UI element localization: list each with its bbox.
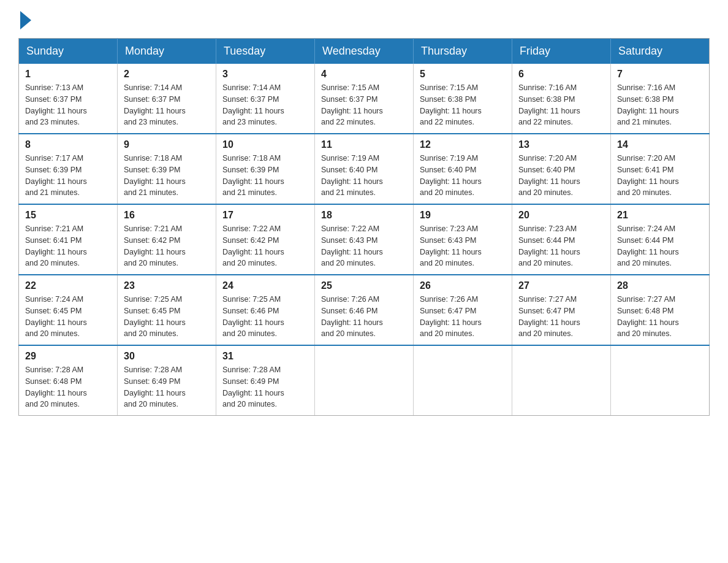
day-info: Sunrise: 7:21 AM Sunset: 6:42 PM Dayligh…: [124, 223, 210, 269]
day-info: Sunrise: 7:23 AM Sunset: 6:44 PM Dayligh…: [518, 223, 604, 269]
day-info: Sunrise: 7:27 AM Sunset: 6:47 PM Dayligh…: [518, 294, 604, 340]
day-info: Sunrise: 7:24 AM Sunset: 6:45 PM Dayligh…: [25, 294, 111, 340]
calendar-cell: 29 Sunrise: 7:28 AM Sunset: 6:48 PM Dayl…: [19, 345, 118, 416]
calendar-week-row: 22 Sunrise: 7:24 AM Sunset: 6:45 PM Dayl…: [19, 275, 710, 345]
calendar-cell: [414, 345, 512, 416]
day-info: Sunrise: 7:28 AM Sunset: 6:49 PM Dayligh…: [124, 364, 210, 410]
calendar-cell: [512, 345, 611, 416]
day-number: 11: [321, 139, 407, 150]
day-info: Sunrise: 7:19 AM Sunset: 6:40 PM Dayligh…: [321, 153, 407, 199]
calendar-cell: 21 Sunrise: 7:24 AM Sunset: 6:44 PM Dayl…: [611, 204, 710, 275]
day-number: 15: [25, 210, 111, 221]
day-info: Sunrise: 7:25 AM Sunset: 6:46 PM Dayligh…: [222, 294, 308, 340]
day-info: Sunrise: 7:27 AM Sunset: 6:48 PM Dayligh…: [617, 294, 703, 340]
day-number: 14: [617, 139, 703, 150]
day-info: Sunrise: 7:20 AM Sunset: 6:41 PM Dayligh…: [617, 153, 703, 199]
calendar-week-row: 29 Sunrise: 7:28 AM Sunset: 6:48 PM Dayl…: [19, 345, 710, 416]
day-number: 8: [25, 139, 111, 150]
day-number: 25: [321, 280, 407, 291]
day-info: Sunrise: 7:22 AM Sunset: 6:43 PM Dayligh…: [321, 223, 407, 269]
day-number: 19: [420, 210, 506, 221]
day-number: 7: [617, 69, 703, 80]
day-info: Sunrise: 7:14 AM Sunset: 6:37 PM Dayligh…: [222, 82, 308, 128]
calendar-header-row: SundayMondayTuesdayWednesdayThursdayFrid…: [19, 39, 710, 64]
calendar-cell: 9 Sunrise: 7:18 AM Sunset: 6:39 PM Dayli…: [118, 134, 216, 204]
calendar-cell: 11 Sunrise: 7:19 AM Sunset: 6:40 PM Dayl…: [315, 134, 414, 204]
day-number: 17: [222, 210, 308, 221]
day-info: Sunrise: 7:23 AM Sunset: 6:43 PM Dayligh…: [420, 223, 506, 269]
calendar-cell: 14 Sunrise: 7:20 AM Sunset: 6:41 PM Dayl…: [611, 134, 710, 204]
day-number: 28: [617, 280, 703, 291]
day-number: 13: [518, 139, 604, 150]
day-info: Sunrise: 7:17 AM Sunset: 6:39 PM Dayligh…: [25, 153, 111, 199]
day-info: Sunrise: 7:18 AM Sunset: 6:39 PM Dayligh…: [222, 153, 308, 199]
calendar-cell: [611, 345, 710, 416]
day-number: 4: [321, 69, 407, 80]
column-header-thursday: Thursday: [414, 39, 512, 64]
calendar-cell: 8 Sunrise: 7:17 AM Sunset: 6:39 PM Dayli…: [19, 134, 118, 204]
calendar-cell: 5 Sunrise: 7:15 AM Sunset: 6:38 PM Dayli…: [414, 64, 512, 134]
day-number: 6: [518, 69, 604, 80]
day-info: Sunrise: 7:26 AM Sunset: 6:46 PM Dayligh…: [321, 294, 407, 340]
day-info: Sunrise: 7:22 AM Sunset: 6:42 PM Dayligh…: [222, 223, 308, 269]
day-number: 16: [124, 210, 210, 221]
calendar-week-row: 15 Sunrise: 7:21 AM Sunset: 6:41 PM Dayl…: [19, 204, 710, 275]
column-header-tuesday: Tuesday: [216, 39, 315, 64]
day-number: 1: [25, 69, 111, 80]
day-number: 21: [617, 210, 703, 221]
calendar-table: SundayMondayTuesdayWednesdayThursdayFrid…: [18, 38, 710, 416]
calendar-cell: 4 Sunrise: 7:15 AM Sunset: 6:37 PM Dayli…: [315, 64, 414, 134]
calendar-cell: 3 Sunrise: 7:14 AM Sunset: 6:37 PM Dayli…: [216, 64, 315, 134]
day-info: Sunrise: 7:28 AM Sunset: 6:48 PM Dayligh…: [25, 364, 111, 410]
day-number: 27: [518, 280, 604, 291]
calendar-cell: 19 Sunrise: 7:23 AM Sunset: 6:43 PM Dayl…: [414, 204, 512, 275]
calendar-cell: 22 Sunrise: 7:24 AM Sunset: 6:45 PM Dayl…: [19, 275, 118, 345]
day-info: Sunrise: 7:24 AM Sunset: 6:44 PM Dayligh…: [617, 223, 703, 269]
calendar-cell: 20 Sunrise: 7:23 AM Sunset: 6:44 PM Dayl…: [512, 204, 611, 275]
day-info: Sunrise: 7:13 AM Sunset: 6:37 PM Dayligh…: [25, 82, 111, 128]
calendar-cell: 1 Sunrise: 7:13 AM Sunset: 6:37 PM Dayli…: [19, 64, 118, 134]
day-number: 18: [321, 210, 407, 221]
calendar-cell: 24 Sunrise: 7:25 AM Sunset: 6:46 PM Dayl…: [216, 275, 315, 345]
day-number: 5: [420, 69, 506, 80]
day-number: 10: [222, 139, 308, 150]
calendar-cell: 26 Sunrise: 7:26 AM Sunset: 6:47 PM Dayl…: [414, 275, 512, 345]
calendar-cell: 23 Sunrise: 7:25 AM Sunset: 6:45 PM Dayl…: [118, 275, 216, 345]
calendar-week-row: 1 Sunrise: 7:13 AM Sunset: 6:37 PM Dayli…: [19, 64, 710, 134]
page-header: [18, 12, 710, 26]
day-info: Sunrise: 7:20 AM Sunset: 6:40 PM Dayligh…: [518, 153, 604, 199]
day-info: Sunrise: 7:26 AM Sunset: 6:47 PM Dayligh…: [420, 294, 506, 340]
day-info: Sunrise: 7:19 AM Sunset: 6:40 PM Dayligh…: [420, 153, 506, 199]
calendar-cell: 18 Sunrise: 7:22 AM Sunset: 6:43 PM Dayl…: [315, 204, 414, 275]
day-info: Sunrise: 7:16 AM Sunset: 6:38 PM Dayligh…: [518, 82, 604, 128]
day-info: Sunrise: 7:21 AM Sunset: 6:41 PM Dayligh…: [25, 223, 111, 269]
calendar-cell: 12 Sunrise: 7:19 AM Sunset: 6:40 PM Dayl…: [414, 134, 512, 204]
day-number: 20: [518, 210, 604, 221]
calendar-cell: [315, 345, 414, 416]
calendar-cell: 31 Sunrise: 7:28 AM Sunset: 6:49 PM Dayl…: [216, 345, 315, 416]
day-number: 3: [222, 69, 308, 80]
column-header-monday: Monday: [118, 39, 216, 64]
day-info: Sunrise: 7:28 AM Sunset: 6:49 PM Dayligh…: [222, 364, 308, 410]
column-header-friday: Friday: [512, 39, 611, 64]
calendar-cell: 25 Sunrise: 7:26 AM Sunset: 6:46 PM Dayl…: [315, 275, 414, 345]
day-number: 30: [124, 351, 210, 362]
day-info: Sunrise: 7:14 AM Sunset: 6:37 PM Dayligh…: [124, 82, 210, 128]
day-number: 29: [25, 351, 111, 362]
calendar-cell: 16 Sunrise: 7:21 AM Sunset: 6:42 PM Dayl…: [118, 204, 216, 275]
calendar-cell: 6 Sunrise: 7:16 AM Sunset: 6:38 PM Dayli…: [512, 64, 611, 134]
day-number: 26: [420, 280, 506, 291]
calendar-cell: 7 Sunrise: 7:16 AM Sunset: 6:38 PM Dayli…: [611, 64, 710, 134]
day-info: Sunrise: 7:15 AM Sunset: 6:37 PM Dayligh…: [321, 82, 407, 128]
calendar-cell: 13 Sunrise: 7:20 AM Sunset: 6:40 PM Dayl…: [512, 134, 611, 204]
day-number: 24: [222, 280, 308, 291]
day-number: 12: [420, 139, 506, 150]
calendar-week-row: 8 Sunrise: 7:17 AM Sunset: 6:39 PM Dayli…: [19, 134, 710, 204]
calendar-cell: 17 Sunrise: 7:22 AM Sunset: 6:42 PM Dayl…: [216, 204, 315, 275]
calendar-cell: 27 Sunrise: 7:27 AM Sunset: 6:47 PM Dayl…: [512, 275, 611, 345]
day-info: Sunrise: 7:18 AM Sunset: 6:39 PM Dayligh…: [124, 153, 210, 199]
column-header-wednesday: Wednesday: [315, 39, 414, 64]
column-header-sunday: Sunday: [19, 39, 118, 64]
day-number: 23: [124, 280, 210, 291]
calendar-cell: 30 Sunrise: 7:28 AM Sunset: 6:49 PM Dayl…: [118, 345, 216, 416]
